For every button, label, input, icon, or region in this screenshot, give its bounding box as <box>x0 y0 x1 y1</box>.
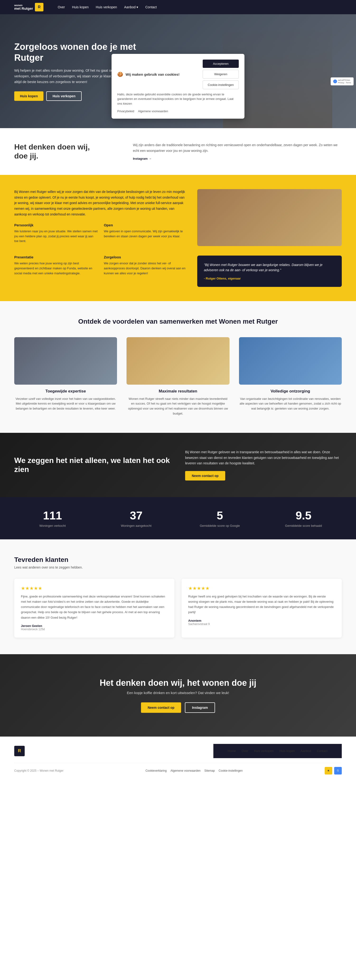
quote-text: "Bij Wonen met Rutger bouwen we aan lang… <box>204 262 335 273</box>
yellow-right: "Bij Wonen met Rutger bouwen we aan lang… <box>197 189 342 287</box>
nav-huis-kopen[interactable]: Huis kopen <box>72 5 89 9</box>
voordeel-2: Maximale resultaten Wonen met Rutger str… <box>127 337 229 416</box>
dark-hero-section: We zeggen het niet alleen, we laten het … <box>0 433 356 497</box>
footer-nav-home[interactable]: Home <box>227 749 236 752</box>
cta-contact-button[interactable]: Neem contact op <box>141 702 181 713</box>
footer-legal-links: Cookieverklaring Algemene voorwaarden Si… <box>146 769 243 772</box>
review-card-1: ★★★★★ Fijne, goede en professionele same… <box>14 579 175 637</box>
feature-presentatie: Presentatie We weten precies hoe jouw wo… <box>14 255 98 282</box>
review-card-2: ★★★★★ Rutger heeft ons erg goed geholpen… <box>181 579 342 637</box>
voordeel-img-3 <box>239 337 342 385</box>
cookie-banner: 🍪 Wij maken gebruik van cookies! Accepte… <box>111 54 245 119</box>
reviews-title: Tevreden klanten <box>14 556 342 563</box>
footer-algemene-voorwaarden[interactable]: Algemene voorwaarden <box>170 769 200 772</box>
feature-zorgeloos: Zorgeloos We zorgen ervoor dat je zonder… <box>104 255 188 282</box>
cta-title: Het denken doen wij, het wonen doe jij <box>14 678 342 688</box>
cookie-privacy-link[interactable]: Privacybeleid <box>117 110 134 113</box>
nav-links: Over Huis kopen Huis verkopen Aanbod ▾ C… <box>58 5 157 9</box>
reviews-subtitle: Lees wat anderen over ons te zeggen hebb… <box>14 565 342 569</box>
logo-icon: R <box>35 3 43 11</box>
feature-presentatie-text: We weten precies hoe jouw woning op zijn… <box>14 261 98 276</box>
footer-top: R Home Over Huis verkopen Huis kopen Aan… <box>14 744 342 763</box>
voordeel-2-text: Wonen met Rutger streeft naar niets mind… <box>127 396 229 416</box>
cookie-settings-button[interactable]: Cookie-instellingen <box>203 80 239 89</box>
dark-hero-left: We zeggen het niet alleen, we laten het … <box>14 456 171 474</box>
feature-persoonlijk-text: We luisteren naar jou en jouw situatie. … <box>14 229 98 244</box>
quote-author: - Rutger Ottens, eigenaar <box>204 277 335 280</box>
logo[interactable]: wonen met Rutger R <box>14 3 43 11</box>
stat-google-score-value: 5 <box>181 509 258 522</box>
voordeel-1-text: Verzeker uzelf van volledige inzet voor … <box>14 396 117 411</box>
feature-open: Open We geloven in open communicatie. Wi… <box>104 223 188 250</box>
review-2-address: Sacharovstraat 9 <box>188 622 335 626</box>
footer-nav-contact[interactable]: Contact <box>317 749 327 752</box>
cookie-text: Hallo, deze website gebruikt essentiële … <box>117 92 239 106</box>
voordeel-1-title: Toegewijde expertise <box>14 389 117 394</box>
feature-persoonlijk: Persoonlijk We luisteren naar jou en jou… <box>14 223 98 250</box>
btn-huis-kopen[interactable]: Huis kopen <box>14 91 43 101</box>
cta-instagram-button[interactable]: Instagram <box>185 702 215 713</box>
dark-hero-body: Bij Wonen met Rutger geloven we in trans… <box>185 449 342 466</box>
dark-hero-right: Bij Wonen met Rutger geloven we in trans… <box>185 449 342 480</box>
feature-zorgeloos-title: Zorgeloos <box>104 255 188 259</box>
voordelen-grid: Toegewijde expertise Verzeker uzelf van … <box>14 337 342 416</box>
review-1-text: Fijne, goede en professionele samenwerki… <box>21 594 168 620</box>
dark-hero-contact-button[interactable]: Neem contact op <box>185 471 225 480</box>
voordeel-3: Volledige ontzorging Van organisatie van… <box>239 337 342 416</box>
review-2-stars: ★★★★★ <box>188 585 335 591</box>
voordeel-3-title: Volledige ontzorging <box>239 389 342 394</box>
stat-woningen-verkocht-value: 111 <box>14 509 91 522</box>
footer-cookieverklaring[interactable]: Cookieverklaring <box>146 769 167 772</box>
tagline-heading: Het denken doen wij,doe jij. <box>14 142 119 161</box>
cookie-header: 🍪 Wij maken gebruik van cookies! Accepte… <box>117 60 239 89</box>
voordeel-2-title: Maximale resultaten <box>127 389 229 394</box>
footer-nav-huis-verkopen[interactable]: Huis verkopen <box>254 749 273 752</box>
stat-woningen-verkocht: 111 Woningen verkocht <box>14 509 91 528</box>
cta-subtitle: Een kopje koffie drinken en kort uitwiss… <box>14 691 342 695</box>
footer-copyright: Copyright © 2025 – Wonen met Rutger <box>14 769 64 772</box>
footer-sitemap[interactable]: Sitemap <box>204 769 215 772</box>
footer-nav-aanbod[interactable]: Aanbod <box>300 749 311 752</box>
review-2-author: Anoniem <box>188 619 335 622</box>
nav-contact[interactable]: Contact <box>145 5 157 9</box>
footer-bottom: Copyright © 2025 – Wonen met Rutger Cook… <box>14 767 342 775</box>
stat-woningen-aangekocht: 37 Woningen aangekocht <box>98 509 175 528</box>
reviews-section: Tevreden klanten Lees wat anderen over o… <box>0 539 356 654</box>
footer-nav: Home Over Huis verkopen Huis kopen Aanbo… <box>213 744 342 758</box>
stat-google-score: 5 Gemiddelde score op Google <box>181 509 258 528</box>
navigation: wonen met Rutger R Over Huis kopen Huis … <box>0 0 356 14</box>
cookie-links: Privacybeleid Algemene voorwaarden <box>117 110 239 113</box>
stat-google-score-label: Gemiddelde score op Google <box>181 524 258 528</box>
voordeel-img-1 <box>14 337 117 385</box>
footer-cookie-instellingen[interactable]: Cookie-instellingen <box>219 769 243 772</box>
cookie-terms-link[interactable]: Algemene voorwaarden <box>138 110 168 113</box>
footer-nav-huis-kopen[interactable]: Huis kopen <box>279 749 295 752</box>
cookie-decline-button[interactable]: Weigeren <box>203 70 239 78</box>
nav-aanbod[interactable]: Aanbod ▾ <box>124 5 138 9</box>
stat-behaald-score-label: Gemiddelde score behaald <box>265 524 342 528</box>
footer: R Home Over Huis verkopen Huis kopen Aan… <box>0 737 356 782</box>
cookie-accept-button[interactable]: Accepteren <box>203 60 239 68</box>
tagline-left: Het denken doen wij,doe jij. <box>14 142 119 161</box>
nav-over[interactable]: Over <box>58 5 65 9</box>
review-1-address: Hoensbroeck 125d <box>21 628 168 631</box>
reviews-grid: ★★★★★ Fijne, goede en professionele same… <box>14 579 342 637</box>
instagram-link[interactable]: Instagram → <box>133 157 152 161</box>
recaptcha-badge: r reCAPTCHAPrivacy - Terms <box>331 77 354 86</box>
footer-nav-over[interactable]: Over <box>242 749 248 752</box>
rating-badge-1: ★ <box>325 767 332 775</box>
logo-brand: met Rutger <box>14 6 33 11</box>
nav-huis-verkopen[interactable]: Huis verkopen <box>96 5 117 9</box>
feature-persoonlijk-title: Persoonlijk <box>14 223 98 227</box>
btn-huis-verkopen[interactable]: Huis verkopen <box>46 91 81 101</box>
cookie-title: Wij maken gebruik van cookies! <box>126 72 180 76</box>
cookie-icon: 🍪 <box>117 72 123 77</box>
tagline-section: Het denken doen wij,doe jij. Wij zijn an… <box>0 128 356 175</box>
footer-logo[interactable]: R <box>14 746 25 756</box>
voordeel-3-text: Van organisatie van bezichtigingen tot c… <box>239 396 342 411</box>
voordeel-1: Toegewijde expertise Verzeker uzelf van … <box>14 337 117 416</box>
footer-logo-icon: R <box>18 748 21 753</box>
yellow-left: Bij Wonen met Rutger willen wij je voor … <box>14 189 188 282</box>
yellow-section: Bij Wonen met Rutger willen wij je voor … <box>0 175 356 301</box>
yellow-intro: Bij Wonen met Rutger willen wij je voor … <box>14 189 188 217</box>
